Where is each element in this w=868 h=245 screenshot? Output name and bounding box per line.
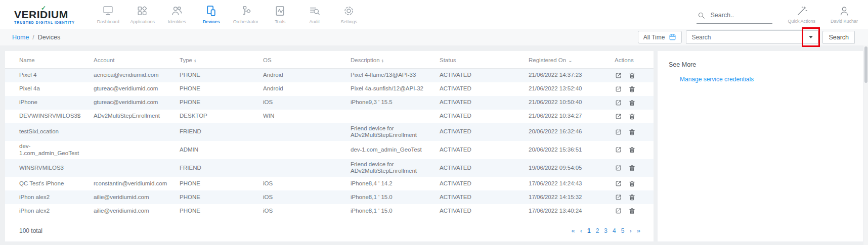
cell-status: ACTIVATED <box>436 82 525 96</box>
delete-device-button[interactable] <box>628 193 636 201</box>
cell-actions <box>611 141 654 159</box>
nav-item-applications[interactable]: Applications <box>125 0 160 29</box>
device-search-field <box>686 30 818 44</box>
table-row[interactable]: QC Test's iPhone rconstantin@veridiumid.… <box>5 177 654 190</box>
manage-service-credentials-link[interactable]: Manage service credentials <box>680 76 863 83</box>
cell-description: dev-1.com_admin_GeoTest <box>346 141 436 159</box>
global-search[interactable] <box>697 11 772 24</box>
page-2-button[interactable]: 2 <box>596 227 599 234</box>
table-row[interactable]: testSixLocation FRIEND Friend device for… <box>5 123 654 141</box>
delete-device-button[interactable] <box>628 207 636 215</box>
breadcrumb-home-link[interactable]: Home <box>12 34 29 41</box>
trash-icon <box>628 146 636 154</box>
nav-item-settings[interactable]: Settings <box>332 0 366 29</box>
nav-item-orchestrator[interactable]: Orchestrator <box>229 0 263 29</box>
cell-account: ADv2MultiStepEnrollment <box>90 110 176 123</box>
col-header-os: OS <box>259 51 346 69</box>
search-icon[interactable] <box>698 12 705 19</box>
open-device-button[interactable] <box>615 207 622 215</box>
nav-item-tools[interactable]: Tools <box>263 0 297 29</box>
table-row[interactable]: iPhone gtureac@veridiumid.com PHONE iOS … <box>5 96 654 110</box>
delete-device-button[interactable] <box>628 180 636 187</box>
global-search-input[interactable] <box>710 12 761 19</box>
delete-device-button[interactable] <box>628 146 636 154</box>
nav-item-dashboard[interactable]: Dashboard <box>91 0 125 29</box>
nav-item-audit[interactable]: Audit <box>297 0 332 29</box>
magic-wand-icon <box>796 6 807 17</box>
delete-device-button[interactable] <box>628 85 636 93</box>
sort-icon: ▴▾ <box>194 59 196 63</box>
table-row[interactable]: DEV\WINSRVMILOS3$ ADv2MultiStepEnrollmen… <box>5 110 654 123</box>
breadcrumb-current: Devices <box>38 34 60 41</box>
cell-actions <box>611 69 654 82</box>
table-row[interactable]: iPhon alex2 ailie@veridiumid.com PHONE i… <box>5 204 654 218</box>
search-options-dropdown[interactable] <box>804 31 818 43</box>
trash-icon <box>628 128 636 136</box>
open-device-button[interactable] <box>615 128 622 136</box>
open-device-button[interactable] <box>615 85 622 93</box>
nav-item-devices[interactable]: Devices <box>194 0 229 29</box>
trash-icon <box>628 72 636 79</box>
cell-actions <box>611 110 654 123</box>
scrollbar[interactable] <box>863 45 868 245</box>
first-page-button[interactable]: « <box>571 227 575 234</box>
table-row[interactable]: Pixel 4a gtureac@veridiumid.com PHONE An… <box>5 82 654 96</box>
col-header-type[interactable]: Type▴▾ <box>176 51 259 69</box>
scrollbar-thumb[interactable] <box>864 46 867 83</box>
table-row[interactable]: dev-1.com_admin_GeoTest ADMIN dev-1.com_… <box>5 141 654 159</box>
open-device-button[interactable] <box>615 146 622 154</box>
cell-name: testSixLocation <box>5 123 90 141</box>
time-range-button[interactable]: All Time <box>638 31 682 43</box>
cell-type: FRIEND <box>176 123 259 141</box>
next-page-button[interactable]: › <box>629 227 631 234</box>
cell-status: ACTIVATED <box>436 110 525 123</box>
nav-item-identities[interactable]: Identities <box>160 0 194 29</box>
table-row[interactable]: iPhon alex2 ailie@veridiumid.com PHONE i… <box>5 190 654 204</box>
open-device-button[interactable] <box>615 113 622 120</box>
open-device-button[interactable] <box>615 72 622 79</box>
trash-icon <box>628 99 636 107</box>
open-device-button[interactable] <box>615 99 622 107</box>
cell-registered-on: 20/06/2022 15:36:51 <box>525 141 611 159</box>
device-search-input[interactable] <box>686 34 804 41</box>
trash-icon <box>628 85 636 93</box>
page-3-button[interactable]: 3 <box>604 227 607 234</box>
cell-name: Pixel 4a <box>5 82 90 96</box>
cell-registered-on: 20/06/2022 16:32:46 <box>525 123 611 141</box>
cell-account: ailie@veridiumid.com <box>90 204 176 218</box>
tools-icon <box>274 5 286 17</box>
cell-actions <box>611 190 654 204</box>
quick-actions-button[interactable]: Quick Actions <box>788 6 815 24</box>
last-page-button[interactable]: » <box>637 227 640 234</box>
open-device-button[interactable] <box>615 180 622 187</box>
page-4-button[interactable]: 4 <box>613 227 616 234</box>
devices-table-card: Name Account Type▴▾ OS Description▴▾ Sta… <box>5 51 654 241</box>
delete-device-button[interactable] <box>628 72 636 79</box>
prev-page-button[interactable]: ‹ <box>580 227 582 234</box>
table-row[interactable]: Pixel 4 aencica@veridiumid.com PHONE And… <box>5 69 654 82</box>
nav-label: Settings <box>341 19 358 24</box>
col-header-description[interactable]: Description▴▾ <box>346 51 436 69</box>
delete-device-button[interactable] <box>628 113 636 120</box>
table-footer: 100 total « ‹ 12345 › » <box>5 218 654 241</box>
col-header-registered-on[interactable]: Registered On⌄ <box>525 51 611 69</box>
search-button[interactable]: Search <box>822 31 855 44</box>
delete-device-button[interactable] <box>628 128 636 136</box>
page-1-button[interactable]: 1 <box>587 227 591 234</box>
cell-status: ACTIVATED <box>436 123 525 141</box>
calendar-icon <box>669 33 676 41</box>
delete-device-button[interactable] <box>628 99 636 107</box>
user-icon <box>839 6 850 17</box>
user-menu[interactable]: David Kuchar <box>831 6 858 24</box>
main-content: Name Account Type▴▾ OS Description▴▾ Sta… <box>0 45 868 241</box>
cell-name: dev-1.com_admin_GeoTest <box>5 141 90 159</box>
open-device-button[interactable] <box>615 193 622 201</box>
cell-status: ACTIVATED <box>436 141 525 159</box>
col-header-name: Name <box>5 51 90 69</box>
open-device-button[interactable] <box>615 164 622 172</box>
delete-device-button[interactable] <box>628 164 636 172</box>
cell-actions <box>611 177 654 190</box>
page-5-button[interactable]: 5 <box>621 227 625 234</box>
table-row[interactable]: WINSRVMILOS3 FRIEND Friend device for AD… <box>5 159 654 177</box>
trash-icon <box>628 180 636 187</box>
